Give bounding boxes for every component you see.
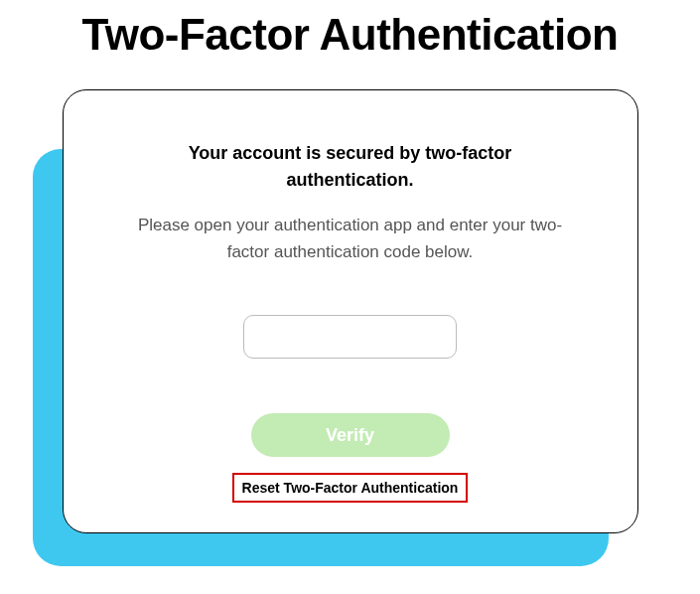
reset-two-factor-link[interactable]: Reset Two-Factor Authentication bbox=[242, 480, 459, 496]
page-title: Two-Factor Authentication bbox=[0, 10, 700, 60]
verify-button[interactable]: Verify bbox=[251, 413, 450, 457]
auth-card-container: Your account is secured by two-factor au… bbox=[63, 89, 638, 533]
instruction-message: Please open your authentication app and … bbox=[123, 212, 578, 265]
secured-message: Your account is secured by two-factor au… bbox=[123, 140, 578, 194]
two-factor-code-input[interactable] bbox=[243, 315, 457, 359]
auth-card: Your account is secured by two-factor au… bbox=[63, 89, 638, 533]
reset-link-highlight: Reset Two-Factor Authentication bbox=[232, 473, 469, 503]
